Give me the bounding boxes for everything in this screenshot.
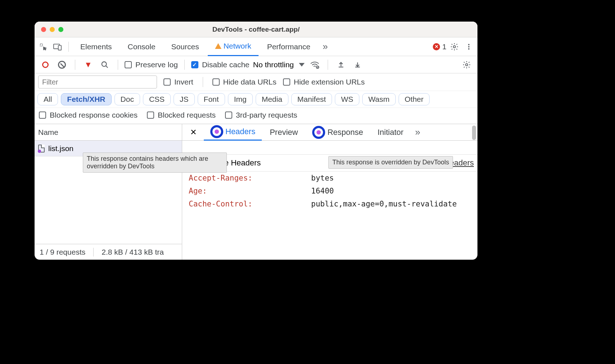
divider [68,42,69,52]
request-list-pane: Name list.json 1 / 9 requests 2.8 kB / 4… [35,124,182,260]
error-count: 1 [442,42,446,51]
tab-network-label: Network [224,42,251,50]
blocked-cookies-checkbox[interactable] [39,112,46,119]
divider [203,77,203,87]
hide-extension-urls-label: Hide extension URLs [294,78,365,86]
detail-tab-response[interactable]: Response [306,124,369,141]
upload-har-icon[interactable] [335,58,347,71]
blocked-requests-label: Blocked requests [158,111,216,119]
settings-icon[interactable] [448,40,461,53]
block-filter-bar: Blocked response cookies Blocked request… [35,108,477,124]
tab-performance[interactable]: Performance [260,37,318,56]
header-value: 16400 [311,187,334,195]
blocked-requests-checkbox[interactable] [147,112,154,119]
network-conditions-icon[interactable] [308,58,321,71]
invert-label: Invert [174,78,193,86]
divider [118,60,118,70]
filter-input[interactable] [38,76,157,88]
preserve-log-checkbox[interactable] [125,61,132,68]
divider [184,60,185,70]
close-detail-button[interactable]: ✕ [184,128,202,137]
more-tabs-icon[interactable]: » [319,41,331,52]
filter-bar: Invert Hide data URLs Hide extension URL… [35,73,477,91]
devtools-window: DevTools - coffee-cart.app/ Elements Con… [35,22,477,260]
more-detail-tabs-icon[interactable]: » [412,127,424,138]
disable-cache-checkbox[interactable] [191,61,198,68]
type-filter-bar: All Fetch/XHR Doc CSS JS Font Img Media … [35,91,477,108]
override-indicator-icon [210,125,223,138]
inspect-element-icon[interactable] [37,40,50,53]
tooltip-response-override: This response is overridden by DevTools [328,156,453,169]
svg-rect-2 [58,45,61,50]
main-tabbar: Elements Console Sources Network Perform… [35,37,477,56]
detail-pane: ✕ Headers Preview Response Initiator » R… [182,124,477,260]
request-name: list.json [48,144,73,153]
tooltip-headers-override: This response contains headers which are… [83,153,227,173]
detail-tabs: ✕ Headers Preview Response Initiator » [182,124,477,141]
detail-tab-headers-label: Headers [225,127,255,136]
thirdparty-label: 3rd-party requests [236,111,297,119]
svg-point-5 [468,46,470,47]
blocked-cookies-label: Blocked response cookies [50,111,138,119]
header-value: public,max-age=0,must-revalidate [311,200,457,208]
tab-console[interactable]: Console [121,37,163,56]
type-css[interactable]: CSS [143,93,171,105]
type-media[interactable]: Media [256,93,288,105]
divider [93,248,94,256]
tab-elements[interactable]: Elements [73,37,119,56]
download-har-icon[interactable] [351,58,364,71]
invert-checkbox[interactable] [163,78,171,86]
header-value: bytes [311,174,334,182]
svg-point-3 [453,46,455,48]
type-other[interactable]: Other [399,93,430,105]
file-override-icon [38,145,45,153]
detail-tab-response-label: Response [327,128,363,137]
svg-rect-0 [40,44,42,46]
throttling-value: No throttling [253,60,294,69]
header-key: Cache-Control: [189,200,311,208]
transfer-size: 2.8 kB / 413 kB tra [102,248,164,256]
tab-network[interactable]: Network [208,37,259,56]
throttling-select[interactable]: No throttling [253,60,305,69]
search-icon[interactable] [98,58,111,71]
svg-point-6 [468,48,470,50]
tab-sources[interactable]: Sources [164,37,206,56]
type-js[interactable]: JS [174,93,195,105]
type-manifest[interactable]: Manifest [291,93,332,105]
filter-toggle-icon[interactable]: ▼ [82,58,95,71]
chevron-down-icon [299,63,305,67]
hide-extension-urls-checkbox[interactable] [283,78,290,86]
titlebar: DevTools - coffee-cart.app/ [35,22,477,37]
svg-point-7 [102,62,107,66]
detail-tab-preview[interactable]: Preview [263,124,304,141]
type-fetch-xhr[interactable]: Fetch/XHR [61,93,111,105]
hide-data-urls-label: Hide data URLs [223,78,277,86]
kebab-menu-icon[interactable] [462,40,475,53]
type-wasm[interactable]: Wasm [362,93,396,105]
device-toolbar-icon[interactable] [51,40,64,53]
detail-tab-initiator[interactable]: Initiator [371,124,410,141]
network-settings-icon[interactable] [460,58,473,71]
preserve-log-label: Preserve log [135,60,178,69]
requests-count: 1 / 9 requests [40,248,85,256]
type-all[interactable]: All [37,93,58,105]
record-button[interactable] [39,58,52,71]
header-key: Accept-Ranges: [189,174,311,182]
scrollbar-thumb[interactable] [472,126,476,140]
type-doc[interactable]: Doc [115,93,140,105]
hide-data-urls-checkbox[interactable] [212,78,220,86]
type-img[interactable]: Img [228,93,253,105]
header-row: Accept-Ranges: bytes [182,172,477,185]
type-font[interactable]: Font [198,93,225,105]
name-column-header[interactable]: Name [35,124,182,141]
network-toolbar: ▼ Preserve log Disable cache No throttli… [35,56,477,73]
clear-button[interactable] [55,58,68,71]
header-key: Age: [189,187,311,195]
override-indicator-icon [312,126,325,139]
thirdparty-checkbox[interactable] [225,112,232,119]
detail-tab-headers[interactable]: Headers [204,124,262,141]
divider [75,60,75,70]
divider [328,60,328,70]
type-ws[interactable]: WS [335,93,359,105]
error-counter[interactable]: ✕ 1 [433,42,446,51]
